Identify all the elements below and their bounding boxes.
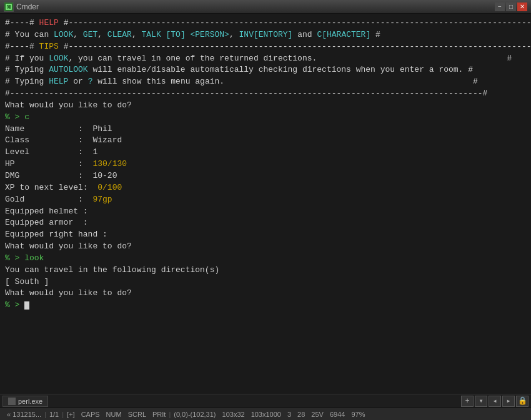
- tab-label: perl.exe: [18, 398, 42, 405]
- title-bar: C Cmder − □ ✕: [0, 0, 531, 14]
- status-position: « 131215...: [4, 411, 44, 418]
- lock-button[interactable]: 🔒: [516, 396, 529, 407]
- terminal-line: # You can LOOK, GET, CLEAR, TALK [TO] <P…: [5, 29, 526, 41]
- terminal-line: DMG : 10-20: [5, 170, 526, 182]
- title-bar-left: C Cmder: [4, 2, 39, 12]
- status-n1: 3: [284, 411, 294, 418]
- new-tab-button[interactable]: +: [461, 396, 474, 407]
- svg-text:C: C: [7, 5, 9, 10]
- terminal-line: What would you like to do?: [5, 288, 526, 300]
- terminal-line: #---------------------------------------…: [5, 88, 526, 100]
- status-pct: 97%: [348, 411, 368, 418]
- status-pri: PRIt: [149, 411, 169, 418]
- terminal-line: Equipped helmet :: [5, 206, 526, 218]
- terminal-line: You can travel in the following directio…: [5, 265, 526, 276]
- scroll-right-button[interactable]: ▸: [502, 396, 515, 407]
- terminal-line: Equipped armor :: [5, 217, 526, 229]
- scroll-left-button[interactable]: ◂: [489, 396, 501, 407]
- terminal-line: Class : Wizard: [5, 135, 526, 147]
- terminal-line: # If you LOOK, you can travel in one of …: [5, 53, 526, 65]
- terminal-line: [ South ]: [5, 276, 526, 288]
- status-bar: « 131215... | 1/1 | [+] CAPS NUM SCRL PR…: [0, 408, 531, 420]
- terminal-line: Level : 1: [5, 147, 526, 159]
- terminal-line: XP to next level: 0/100: [5, 182, 526, 194]
- window-controls: − □ ✕: [495, 2, 527, 11]
- status-caps: CAPS: [78, 411, 103, 418]
- status-line-col: 1/1: [46, 411, 62, 418]
- terminal-line: Gold : 97gp: [5, 194, 526, 206]
- minimize-button[interactable]: −: [495, 2, 505, 11]
- terminal-line: # Typing AUTOLOOK will enable/disable au…: [5, 64, 526, 76]
- terminal-line: #----# HELP #---------------------------…: [5, 17, 526, 29]
- terminal-output: #----# HELP #---------------------------…: [0, 14, 531, 394]
- terminal-line: What would you like to do?: [5, 241, 526, 253]
- status-n4: 6944: [327, 411, 348, 418]
- terminal-line: % > c: [5, 112, 526, 124]
- tab-dropdown-button[interactable]: ▾: [475, 396, 487, 407]
- perl-icon: [8, 398, 16, 405]
- terminal-line: % > look: [5, 253, 526, 265]
- terminal-line: #----# TIPS #---------------------------…: [5, 41, 526, 53]
- status-coords: (0,0)-(102,31): [171, 411, 219, 418]
- terminal-line: Equipped right hand :: [5, 229, 526, 241]
- cursor: [24, 301, 29, 310]
- status-n2: 28: [294, 411, 308, 418]
- terminal-line: What would you like to do?: [5, 100, 526, 112]
- app-icon: C: [4, 2, 14, 12]
- status-n3: 25V: [308, 411, 327, 418]
- status-size: 103x32: [219, 411, 248, 418]
- terminal-line: HP : 130/130: [5, 159, 526, 170]
- status-size2: 103x1000: [248, 411, 284, 418]
- terminal-line: % >: [5, 300, 526, 311]
- status-bracket: [+]: [64, 411, 78, 418]
- status-num: NUM: [103, 411, 125, 418]
- tab-bar: perl.exe + ▾ ◂ ▸ 🔒: [0, 394, 531, 408]
- status-scrl: SCRL: [125, 411, 149, 418]
- tab-bar-actions: + ▾ ◂ ▸ 🔒: [461, 396, 529, 407]
- close-button[interactable]: ✕: [517, 2, 527, 11]
- maximize-button[interactable]: □: [506, 2, 516, 11]
- tab-perl[interactable]: perl.exe: [2, 396, 48, 407]
- terminal-line: # Typing HELP or ? will show this menu a…: [5, 76, 526, 88]
- window-title: Cmder: [16, 2, 39, 11]
- terminal-line: Name : Phil: [5, 124, 526, 135]
